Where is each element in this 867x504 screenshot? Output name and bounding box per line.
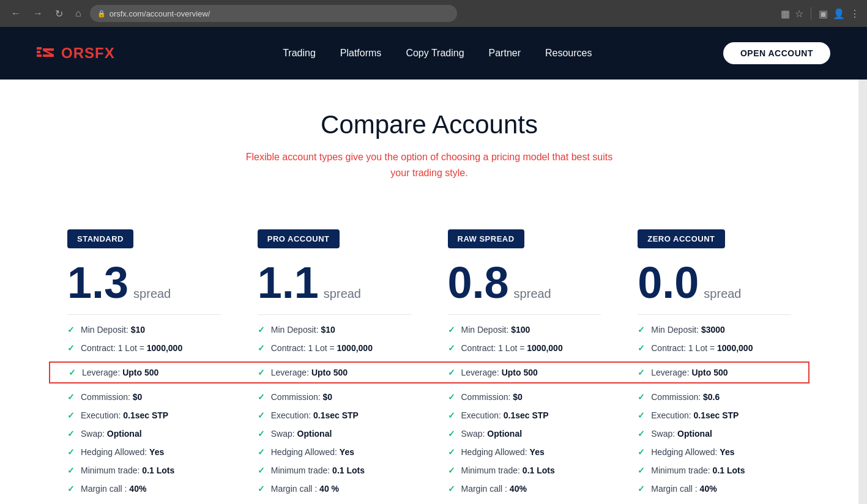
feature-label: Commission: $0 bbox=[271, 392, 332, 402]
feature-value: Upto 500 bbox=[691, 368, 727, 377]
feature-value: $100 bbox=[511, 325, 530, 335]
refresh-button[interactable]: ↻ bbox=[51, 6, 67, 22]
check-icon: ✓ bbox=[258, 429, 265, 439]
divider bbox=[67, 314, 221, 315]
check-icon: ✓ bbox=[638, 368, 645, 377]
check-icon: ✓ bbox=[258, 410, 265, 420]
check-icon: ✓ bbox=[67, 392, 75, 402]
feature-value: 1000,000 bbox=[527, 343, 562, 353]
feature-item-1: ✓ Contract: 1 Lot = 1000,000 bbox=[67, 343, 221, 353]
nav-platforms[interactable]: Platforms bbox=[340, 48, 382, 59]
feature-value: 0.1sec STP bbox=[694, 410, 739, 420]
feature-label: Swap: Optional bbox=[461, 429, 523, 439]
divider bbox=[448, 314, 601, 315]
check-icon: ✓ bbox=[448, 484, 455, 494]
feature-value: $0.6 bbox=[703, 392, 720, 402]
nav-trading[interactable]: Trading bbox=[283, 48, 316, 59]
account-card-zero: ZERO ACCOUNT 0.0 spread ✓ Min Deposit: $… bbox=[619, 211, 809, 504]
feature-label: Leverage: Upto 500 bbox=[461, 368, 538, 377]
feature-value: 40% bbox=[700, 484, 717, 494]
feature-value: Upto 500 bbox=[311, 368, 348, 377]
feature-list: ✓ Min Deposit: $10 ✓ Contract: 1 Lot = 1… bbox=[258, 325, 411, 494]
feature-item-7: ✓ Minimum trade: 0.1 Lots bbox=[67, 465, 221, 475]
feature-label: Execution: 0.1sec STP bbox=[81, 410, 168, 420]
feature-value: 1000,000 bbox=[717, 343, 753, 353]
lock-icon: 🔒 bbox=[97, 10, 106, 18]
feature-value: 0.1 Lots bbox=[142, 465, 174, 475]
feature-list: ✓ Min Deposit: $10 ✓ Contract: 1 Lot = 1… bbox=[67, 325, 221, 494]
feature-item-6: ✓ Hedging Allowed: Yes bbox=[258, 447, 411, 457]
separator bbox=[811, 7, 811, 20]
nav-partner[interactable]: Partner bbox=[489, 48, 521, 59]
cast-button[interactable]: ▦ bbox=[781, 8, 790, 20]
home-button[interactable]: ⌂ bbox=[72, 6, 85, 21]
feature-value: Optional bbox=[107, 429, 142, 439]
feature-value: 0.1sec STP bbox=[313, 410, 359, 420]
check-icon: ✓ bbox=[638, 429, 645, 439]
feature-value: 40% bbox=[510, 484, 527, 494]
feature-item-7: ✓ Minimum trade: 0.1 Lots bbox=[448, 465, 601, 475]
spread-label: spread bbox=[704, 287, 741, 301]
feature-item-5: ✓ Swap: Optional bbox=[67, 429, 221, 439]
extensions-button[interactable]: ▣ bbox=[819, 8, 828, 20]
feature-item-5: ✓ Swap: Optional bbox=[258, 429, 411, 439]
feature-value: $10 bbox=[131, 325, 145, 335]
feature-item-6: ✓ Hedging Allowed: Yes bbox=[638, 447, 791, 457]
profile-button[interactable]: 👤 bbox=[833, 8, 845, 20]
logo[interactable]: ORSFX bbox=[37, 45, 115, 62]
page-title: Compare Accounts bbox=[49, 110, 809, 139]
nav-resources[interactable]: Resources bbox=[545, 48, 592, 59]
url-text: orsfx.com/account-overview/ bbox=[110, 9, 210, 18]
feature-item-0: ✓ Min Deposit: $100 bbox=[448, 325, 601, 335]
feature-item-6: ✓ Hedging Allowed: Yes bbox=[448, 447, 601, 457]
feature-value: $3000 bbox=[701, 325, 725, 335]
bookmark-button[interactable]: ☆ bbox=[795, 8, 803, 20]
check-icon: ✓ bbox=[638, 410, 645, 420]
accounts-grid: STANDARD 1.3 spread ✓ Min Deposit: $10 ✓… bbox=[49, 211, 809, 504]
feature-label: Commission: $0.6 bbox=[651, 392, 720, 402]
feature-value: $0 bbox=[513, 392, 523, 402]
check-icon: ✓ bbox=[448, 465, 455, 475]
spread-value: 0.0 bbox=[638, 261, 699, 305]
feature-value: Upto 500 bbox=[502, 368, 538, 377]
feature-item-1: ✓ Contract: 1 Lot = 1000,000 bbox=[638, 343, 791, 353]
check-icon: ✓ bbox=[67, 447, 75, 457]
logo-text: ORSFX bbox=[61, 45, 115, 62]
check-icon: ✓ bbox=[448, 392, 455, 402]
feature-label: Contract: 1 Lot = 1000,000 bbox=[271, 343, 373, 353]
spread-row: 0.0 spread bbox=[638, 261, 791, 305]
check-icon: ✓ bbox=[638, 484, 645, 494]
feature-item-8: ✓ Margin call : 40 % bbox=[258, 484, 411, 494]
check-icon: ✓ bbox=[69, 368, 76, 377]
feature-value: Upto 500 bbox=[122, 368, 158, 377]
feature-value: 1000,000 bbox=[147, 343, 182, 353]
nav-copy-trading[interactable]: Copy Trading bbox=[406, 48, 464, 59]
feature-label: Leverage: Upto 500 bbox=[82, 368, 158, 377]
browser-chrome: ← → ↻ ⌂ 🔒 orsfx.com/account-overview/ ▦ … bbox=[0, 0, 867, 27]
open-account-button[interactable]: OPEN ACCOUNT bbox=[723, 42, 830, 64]
feature-label: Swap: Optional bbox=[81, 429, 142, 439]
address-bar[interactable]: 🔒 orsfx.com/account-overview/ bbox=[90, 5, 457, 22]
feature-item-8: ✓ Margin call : 40% bbox=[67, 484, 221, 494]
feature-value: $0 bbox=[323, 392, 333, 402]
forward-button[interactable]: → bbox=[29, 6, 47, 21]
back-button[interactable]: ← bbox=[7, 6, 24, 21]
feature-label: Contract: 1 Lot = 1000,000 bbox=[461, 343, 563, 353]
page-title-section: Compare Accounts Flexible account types … bbox=[49, 110, 809, 180]
nav-links: Trading Platforms Copy Trading Partner R… bbox=[152, 48, 723, 59]
check-icon: ✓ bbox=[638, 343, 645, 353]
menu-button[interactable]: ⋮ bbox=[850, 8, 860, 20]
account-badge: STANDARD bbox=[67, 229, 133, 248]
feature-value: Yes bbox=[149, 447, 164, 457]
feature-value: $0 bbox=[133, 392, 143, 402]
feature-item-5: ✓ Swap: Optional bbox=[638, 429, 791, 439]
feature-list: ✓ Min Deposit: $3000 ✓ Contract: 1 Lot =… bbox=[638, 325, 791, 494]
feature-item-3: ✓ Commission: $0 bbox=[448, 392, 601, 402]
feature-value: $10 bbox=[321, 325, 335, 335]
scrollbar-track bbox=[858, 27, 867, 504]
check-icon: ✓ bbox=[258, 343, 265, 353]
feature-label: Minimum trade: 0.1 Lots bbox=[271, 465, 365, 475]
feature-list: ✓ Min Deposit: $100 ✓ Contract: 1 Lot = … bbox=[448, 325, 601, 494]
feature-label: Margin call : 40% bbox=[461, 484, 527, 494]
navbar: ORSFX Trading Platforms Copy Trading Par… bbox=[0, 27, 867, 80]
